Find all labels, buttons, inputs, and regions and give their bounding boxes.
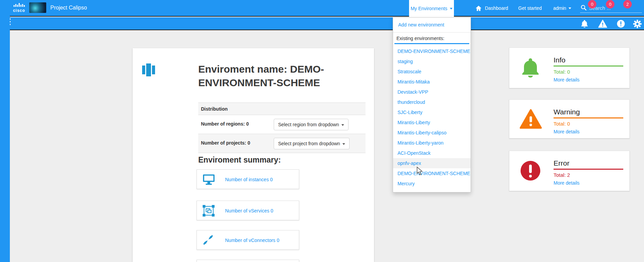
environment-item[interactable]: Devstack-VPP <box>393 87 471 97</box>
select-project-label: Select project from dropdown <box>278 141 340 146</box>
environment-icon <box>142 63 156 76</box>
environment-item[interactable]: DEMO-ENVIRONMENT-SCHEME <box>393 46 471 56</box>
info-count-badge: 0 <box>588 0 596 8</box>
info-more-details-link[interactable]: More details <box>554 77 579 82</box>
add-new-environment-link[interactable]: Add new environment <box>393 18 471 30</box>
top-navbar: cisco Project Calipso My Environments Da… <box>0 0 644 17</box>
environment-item[interactable]: DEMO-ENVIRONMENT-SCHEME <box>393 168 471 179</box>
nav-admin-label: admin <box>553 5 566 11</box>
monitor-icon <box>202 173 215 186</box>
warning-notifications-button[interactable] <box>598 19 607 28</box>
nav-my-environments[interactable]: My Environments <box>409 0 454 17</box>
regions-label: Number of regions: 0 <box>201 121 249 127</box>
warning-rule <box>554 117 623 118</box>
info-notifications-button[interactable] <box>580 19 589 28</box>
warning-more-details-link[interactable]: More details <box>554 129 579 134</box>
summary-item-vconnectors[interactable]: Number of vConnectors 0 <box>197 230 299 250</box>
warning-card: Warning Total: 0 More details <box>509 99 630 138</box>
warning-icon <box>520 109 542 130</box>
error-total: Total: 2 <box>554 172 570 178</box>
warning-triangle-icon <box>598 19 607 28</box>
info-rule <box>554 66 623 67</box>
environment-item[interactable]: Mirantis-Liberty-calipso <box>393 128 471 138</box>
page-title: Project Calipso <box>50 5 87 11</box>
cisco-logo: cisco <box>10 3 28 13</box>
settings-button[interactable] <box>633 19 642 28</box>
nav-admin-menu[interactable]: admin <box>553 0 571 17</box>
error-card: Error Total: 2 More details <box>509 151 630 191</box>
cisco-logo-text: cisco <box>13 8 25 13</box>
error-count-badge: 2 <box>623 0 632 8</box>
error-title: Error <box>554 159 570 167</box>
gear-icon <box>633 19 642 29</box>
search-icon <box>581 5 587 11</box>
chevron-down-icon <box>341 124 344 126</box>
environment-title: Enviroment name: DEMO-ENVIRONMENT-SCHEME <box>198 62 358 90</box>
sub-navbar <box>0 17 644 30</box>
info-card: Info Total: 0 More details <box>509 48 630 88</box>
environment-item[interactable]: thundercloud <box>393 97 471 107</box>
distribution-table: Distribution Number of regions: 0 Select… <box>198 102 366 153</box>
projects-row: Number of projects: 0 Select project fro… <box>198 134 366 153</box>
bell-icon <box>580 19 589 28</box>
mouse-cursor <box>416 167 423 175</box>
chevron-down-icon <box>569 7 571 9</box>
vservice-icon <box>202 205 215 217</box>
nav-dashboard-label: Dashboard <box>485 5 508 11</box>
error-more-details-link[interactable]: More details <box>554 180 579 186</box>
vservices-label: Number of vServices 0 <box>225 201 273 221</box>
summary-item-partial[interactable] <box>197 260 299 262</box>
error-circle-icon <box>616 19 625 28</box>
environment-item[interactable]: staging <box>393 56 471 67</box>
collapsed-sidebar[interactable] <box>0 0 10 262</box>
environment-item[interactable]: Mercury <box>393 179 471 189</box>
warning-count-badge: 0 <box>606 0 614 8</box>
environments-dropdown: Add new environment Existing environment… <box>393 17 471 192</box>
nav-my-environments-label: My Environments <box>410 6 447 11</box>
select-region-dropdown-button[interactable]: Select region from dropdown <box>274 119 349 130</box>
calipso-dashboard: cisco Project Calipso My Environments Da… <box>0 0 644 262</box>
select-project-dropdown-button[interactable]: Select project from dropdown <box>274 138 350 149</box>
projects-label: Number of projects: 0 <box>201 140 250 146</box>
dropdown-blue-rule <box>394 43 469 44</box>
warning-title: Warning <box>554 108 580 116</box>
nav-get-started[interactable]: Get started <box>518 0 542 17</box>
environment-summary-heading: Enviroment summary: <box>198 155 281 165</box>
chevron-down-icon <box>342 143 345 145</box>
nav-get-started-label: Get started <box>518 5 542 11</box>
summary-item-vservices[interactable]: Number of vServices 0 <box>197 201 299 220</box>
environment-card: Enviroment name: DEMO-ENVIRONMENT-SCHEME… <box>133 48 374 262</box>
regions-row: Number of regions: 0 Select region from … <box>198 115 366 134</box>
distribution-header: Distribution <box>198 103 366 115</box>
home-icon <box>475 5 482 11</box>
error-icon <box>520 160 541 182</box>
cisco-logo-bars <box>10 3 28 7</box>
environment-item[interactable]: ACI-OpenStack <box>393 148 471 158</box>
environment-item-hovered[interactable]: opnfv-apex <box>393 158 471 168</box>
vconnector-icon <box>202 234 214 246</box>
summary-item-instances[interactable]: Number of instances 0 <box>197 169 299 189</box>
instances-label: Number of instances 0 <box>225 170 273 189</box>
environment-item[interactable]: Mirantis-Liberty <box>393 117 471 128</box>
error-rule <box>554 169 623 170</box>
environment-item[interactable]: Stratoscale <box>393 67 471 77</box>
search-input[interactable] <box>589 3 640 12</box>
warning-total: Total: 0 <box>554 121 570 127</box>
info-title: Info <box>554 56 565 64</box>
brand-image <box>29 2 46 13</box>
environment-item[interactable]: SJC-Liberty <box>393 107 471 117</box>
dropdown-divider <box>393 32 471 33</box>
nav-dashboard[interactable]: Dashboard <box>475 0 508 17</box>
info-total: Total: 0 <box>554 69 570 75</box>
select-region-label: Select region from dropdown <box>278 122 339 127</box>
vconnectors-label: Number of vConnectors 0 <box>225 230 279 250</box>
info-bell-icon <box>520 57 541 79</box>
environment-item[interactable]: Mirantis-Liberty-yaron <box>393 138 471 148</box>
environment-item[interactable]: Mirantis-Mitaka <box>393 77 471 87</box>
chevron-down-icon <box>450 8 453 10</box>
existing-environments-label: Existing environments: <box>393 35 471 43</box>
error-notifications-button[interactable] <box>616 19 625 28</box>
